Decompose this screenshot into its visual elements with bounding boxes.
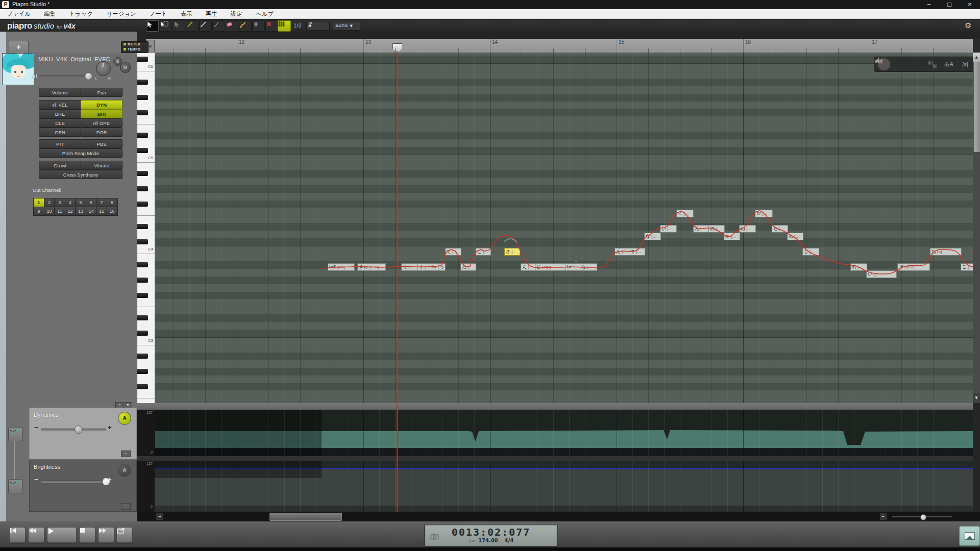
pitch-vibrato-icon[interactable]: v	[893, 59, 906, 70]
param-pbs-button[interactable]: PBS	[81, 139, 122, 148]
mixer-view-button[interactable]	[959, 526, 980, 546]
black-key[interactable]	[137, 224, 148, 229]
scroll-left-button[interactable]: ◄	[156, 513, 163, 520]
maximize-button[interactable]: □	[939, 0, 960, 9]
tool-pen-button[interactable]	[239, 20, 252, 32]
dynamics-lane[interactable]	[155, 410, 973, 456]
rewind-button[interactable]	[28, 527, 44, 543]
tool-eraser-button[interactable]	[226, 20, 238, 32]
measure-ruler[interactable]: « 121314151617	[146, 39, 973, 53]
play-button[interactable]	[47, 527, 77, 543]
black-key[interactable]	[137, 293, 148, 298]
black-key[interactable]	[137, 171, 148, 176]
brightness-auto-button[interactable]: A	[118, 464, 131, 477]
param-vel-button[interactable]: VEL	[39, 100, 81, 109]
out-channel-11[interactable]: 11	[54, 207, 65, 216]
tool-brush-disabled-button[interactable]	[252, 20, 265, 32]
menu-item-設定[interactable]: 設定	[224, 9, 249, 18]
black-key[interactable]	[137, 95, 148, 100]
add-track-tab[interactable]: +	[9, 41, 29, 53]
scroll-down-button[interactable]: ▼	[973, 393, 980, 403]
horizontal-scrollbar[interactable]: ◄ ►	[137, 512, 980, 521]
black-key[interactable]	[137, 57, 148, 62]
menu-item-表示[interactable]: 表示	[174, 9, 199, 18]
dynamics-auto-button[interactable]: A	[118, 412, 131, 425]
tool-select-button[interactable]	[146, 20, 159, 32]
close-button[interactable]: ✕	[960, 0, 980, 9]
menu-item-ファイル[interactable]: ファイル	[0, 9, 37, 18]
out-channel-13[interactable]: 13	[75, 207, 86, 216]
brightness-curve-toggle[interactable]	[8, 479, 22, 493]
tool-delete-button[interactable]	[265, 20, 278, 32]
out-channel-9[interactable]: 9	[33, 207, 44, 216]
ps-toggle-icon[interactable]: PS	[926, 59, 939, 70]
menu-item-ヘルプ[interactable]: ヘルプ	[249, 9, 280, 18]
piano-roll[interactable]: br5[br5]きゅ[k' M]り[…く[…brって[…た[…ご[…さ[…ん[じ…	[155, 53, 973, 403]
kana-toggle-icon[interactable]: あA	[942, 59, 955, 70]
out-channel-2[interactable]: 2	[44, 198, 55, 207]
scroll-up-button[interactable]: ▲	[973, 53, 980, 62]
loop-button[interactable]	[116, 527, 133, 543]
black-key[interactable]	[137, 80, 148, 85]
black-key[interactable]	[137, 278, 148, 283]
snap-grid-toggle[interactable]	[278, 20, 291, 32]
menu-item-編集[interactable]: 編集	[37, 9, 62, 18]
menu-item-トラック[interactable]: トラック	[62, 9, 100, 18]
black-key[interactable]	[137, 186, 148, 191]
out-channel-3[interactable]: 3	[54, 198, 65, 207]
param-dyn-button[interactable]: DYN	[81, 100, 122, 109]
out-channel-10[interactable]: 10	[44, 207, 55, 216]
out-channel-15[interactable]: 15	[96, 207, 107, 216]
note-length-dropdown[interactable]: ▼	[306, 21, 330, 31]
mute-button[interactable]: M	[120, 62, 131, 73]
brightness-lane[interactable]	[155, 461, 973, 512]
forward-button[interactable]	[98, 527, 114, 543]
out-channel-7[interactable]: 7	[96, 198, 107, 207]
dynamics-plus[interactable]: +	[108, 423, 112, 431]
out-channel-14[interactable]: 14	[86, 207, 97, 216]
brightness-minus[interactable]: −	[34, 475, 38, 483]
param-bre-button[interactable]: BRE	[39, 109, 81, 118]
black-key[interactable]	[137, 331, 148, 336]
scroll-right-button[interactable]: ►	[880, 513, 887, 520]
brightness-slider-track[interactable]	[41, 481, 106, 483]
volume-mode-button[interactable]: Volume	[39, 88, 81, 97]
go-start-button[interactable]	[9, 527, 26, 543]
out-channel-6[interactable]: 6	[86, 198, 97, 207]
dynamics-collapse-button[interactable]: −	[121, 450, 131, 457]
out-channel-1[interactable]: 1	[33, 198, 44, 207]
piano-keyboard[interactable]: C6C5C4C3	[137, 53, 155, 403]
tool-pencil-button[interactable]	[186, 20, 199, 32]
out-channel-8[interactable]: 8	[107, 198, 118, 207]
auto-dropdown[interactable]: AUTO ▼	[333, 21, 360, 31]
brightness-plus[interactable]: +	[108, 475, 112, 483]
track-name[interactable]: MIKU_V4X_Original_EVEC	[38, 56, 110, 62]
tool-select-region-button[interactable]	[159, 20, 172, 32]
vertical-scrollbar[interactable]: ▲ ▼	[973, 39, 980, 521]
volume-slider-thumb[interactable]	[85, 72, 92, 80]
settings-gear-icon[interactable]: ⚙	[965, 21, 971, 30]
time-signature[interactable]: 4/4	[505, 538, 514, 543]
dynamics-slider-track[interactable]	[41, 429, 106, 431]
black-key[interactable]	[137, 239, 148, 244]
menu-item-リージョン[interactable]: リージョン	[100, 9, 143, 18]
param-bri-button[interactable]: BRI	[81, 109, 122, 118]
dynamics-slider-thumb[interactable]	[75, 425, 83, 434]
dynamics-curve-toggle[interactable]	[8, 427, 22, 441]
pan-mode-button[interactable]: Pan	[81, 88, 122, 97]
vertical-scroll-thumb[interactable]	[973, 62, 980, 153]
black-key[interactable]	[137, 315, 148, 320]
track-avatar[interactable]	[2, 53, 34, 85]
pitch-snap-mode-button[interactable]: Pitch Snap Mode	[39, 148, 122, 158]
horizontal-scroll-thumb[interactable]	[270, 513, 342, 521]
minimize-button[interactable]: ─	[919, 0, 939, 9]
vibrato-button[interactable]: Vibrato	[81, 161, 122, 170]
out-channel-5[interactable]: 5	[75, 198, 86, 207]
menu-item-再生[interactable]: 再生	[199, 9, 224, 18]
black-key[interactable]	[137, 148, 148, 153]
speaker-icon[interactable]	[910, 59, 923, 70]
param-pit-button[interactable]: PIT	[39, 139, 81, 148]
black-key[interactable]	[137, 384, 148, 389]
black-key[interactable]	[137, 262, 148, 267]
zoom-slider-thumb[interactable]	[920, 514, 926, 520]
